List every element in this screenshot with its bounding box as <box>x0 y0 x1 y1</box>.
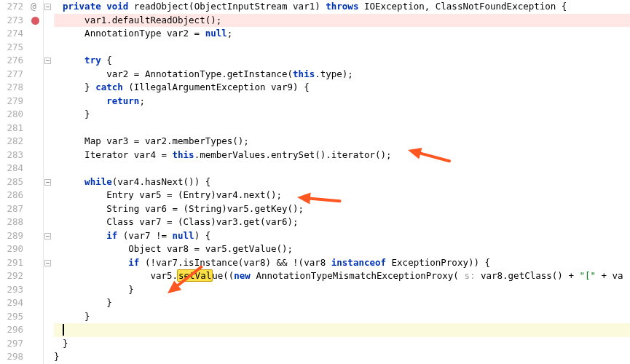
code-token: throws <box>326 1 358 12</box>
code-token: (IllegalArgumentException var9) { <box>123 82 310 92</box>
code-token: ) { <box>194 230 211 241</box>
line-number: 274 <box>0 27 23 41</box>
code-line[interactable] <box>54 323 630 337</box>
code-line[interactable]: } <box>54 296 630 310</box>
code-line[interactable]: } <box>54 350 630 364</box>
code-token: this <box>173 149 194 160</box>
code-line[interactable]: } catch (IllegalArgumentException var9) … <box>54 81 630 95</box>
code-token: ; <box>139 95 145 106</box>
code-token: try <box>84 55 101 66</box>
code-token: if <box>128 257 139 268</box>
code-line[interactable]: var2 = AnnotationType.getInstance(this.t… <box>54 68 630 82</box>
code-area[interactable]: private void readObject(ObjectInputStrea… <box>54 0 630 364</box>
code-line[interactable]: Class var7 = (Class)var3.get(var6); <box>54 215 630 229</box>
fold-toggle-icon[interactable] <box>44 179 51 186</box>
line-number: 286 <box>0 189 23 202</box>
code-line[interactable]: } <box>54 337 630 351</box>
code-line[interactable]: Entry var5 = (Entry)var4.next(); <box>54 189 630 202</box>
code-token <box>63 230 106 241</box>
line-number: 277 <box>0 68 23 82</box>
line-number: 278 <box>0 81 23 95</box>
code-token: this <box>293 68 315 79</box>
code-token: AnnotationTypeMismatchExceptionProxy( <box>251 270 465 281</box>
line-number-gutter[interactable]: 2722732742752762772782792802812822832842… <box>0 0 29 364</box>
code-line[interactable]: } <box>54 108 630 122</box>
code-token: var1.defaultReadObject(); <box>63 15 221 25</box>
code-line[interactable]: if (var7 != null) { <box>54 229 630 243</box>
line-number: 293 <box>0 283 23 297</box>
breakpoint-icon[interactable] <box>31 14 39 28</box>
code-token: Class var7 = (Class)var3.get(var6); <box>63 216 299 227</box>
code-token: .memberValues.entrySet().iterator(); <box>194 149 392 160</box>
code-line[interactable]: return; <box>54 95 630 108</box>
code-line[interactable] <box>54 122 630 135</box>
code-token: IOException, ClassNotFoundException { <box>358 1 567 12</box>
code-token: while <box>84 176 112 187</box>
fold-toggle-icon[interactable] <box>44 4 51 10</box>
code-token: if <box>106 230 117 241</box>
code-line[interactable]: Iterator var4 = this.memberValues.entryS… <box>54 149 630 162</box>
code-line[interactable]: var1.defaultReadObject(); <box>54 14 630 28</box>
line-number: 280 <box>0 108 23 122</box>
code-line[interactable]: if (!var7.isInstance(var8) && !(var8 ins… <box>54 256 630 270</box>
code-token: } <box>63 297 112 308</box>
code-token: ue(( <box>212 270 234 281</box>
code-token: void <box>106 1 128 12</box>
code-line[interactable]: } <box>54 310 630 324</box>
code-token: AnnotationType var2 = <box>63 28 205 39</box>
search-highlight: setVal <box>177 269 213 282</box>
code-token: ExceptionProxy)) { <box>386 257 490 268</box>
code-token: s: <box>464 270 481 281</box>
code-token: null <box>173 230 194 241</box>
code-token: instanceof <box>331 257 386 268</box>
code-token: "[" <box>579 270 596 281</box>
code-token <box>63 95 106 106</box>
code-line[interactable]: } <box>54 283 630 297</box>
line-number: 273 <box>0 14 23 28</box>
line-number: 298 <box>0 350 23 364</box>
code-token: readObject(ObjectInputStream var1) <box>128 1 326 12</box>
line-number: 289 <box>0 229 23 243</box>
fold-toggle-icon[interactable] <box>44 233 51 240</box>
code-token: } <box>63 284 134 295</box>
line-number: 279 <box>0 95 23 108</box>
code-token: catch <box>95 82 123 92</box>
line-number: 281 <box>0 122 23 135</box>
code-line[interactable]: Object var8 = var5.getValue(); <box>54 242 630 256</box>
code-token: String var6 = (String)var5.getKey(); <box>63 203 304 214</box>
code-token: var8.getClass() + <box>481 270 579 281</box>
code-line[interactable]: var5.setValue((new AnnotationTypeMismatc… <box>54 269 630 283</box>
code-token: Map var3 = var2.memberTypes(); <box>63 135 249 146</box>
code-token: (var4.hasNext()) { <box>112 176 210 187</box>
code-token: } <box>54 351 60 362</box>
code-token <box>63 55 84 66</box>
code-line[interactable]: while(var4.hasNext()) { <box>54 175 630 189</box>
code-line[interactable]: try { <box>54 54 630 68</box>
code-line[interactable]: Map var3 = var2.memberTypes(); <box>54 135 630 149</box>
code-token: } <box>63 338 68 349</box>
code-token: var2 = AnnotationType.getInstance( <box>63 68 293 79</box>
code-token: Iterator var4 = <box>63 149 173 160</box>
line-number: 283 <box>0 149 23 162</box>
code-token: } <box>63 108 90 119</box>
code-line[interactable] <box>54 41 630 55</box>
code-token: Object var8 = var5.getValue(); <box>63 243 293 254</box>
code-token: ; <box>227 28 233 39</box>
line-number: 294 <box>0 296 23 310</box>
line-number: 272 <box>0 0 23 14</box>
code-editor[interactable]: 2722732742752762772782792802812822832842… <box>0 0 630 364</box>
code-line[interactable] <box>54 162 630 175</box>
modified-marker-icon: @ <box>31 0 36 14</box>
code-line[interactable]: private void readObject(ObjectInputStrea… <box>54 0 630 14</box>
fold-gutter[interactable] <box>44 0 54 364</box>
code-line[interactable]: AnnotationType var2 = null; <box>54 27 630 41</box>
text-caret <box>63 324 64 336</box>
code-token: private <box>63 1 101 12</box>
fold-toggle-icon[interactable] <box>44 260 51 266</box>
line-number: 296 <box>0 323 23 337</box>
marker-gutter[interactable]: @ <box>29 0 44 364</box>
code-line[interactable]: String var6 = (String)var5.getKey(); <box>54 202 630 216</box>
line-number: 276 <box>0 54 23 68</box>
fold-toggle-icon[interactable] <box>44 58 51 64</box>
code-token <box>63 176 84 187</box>
